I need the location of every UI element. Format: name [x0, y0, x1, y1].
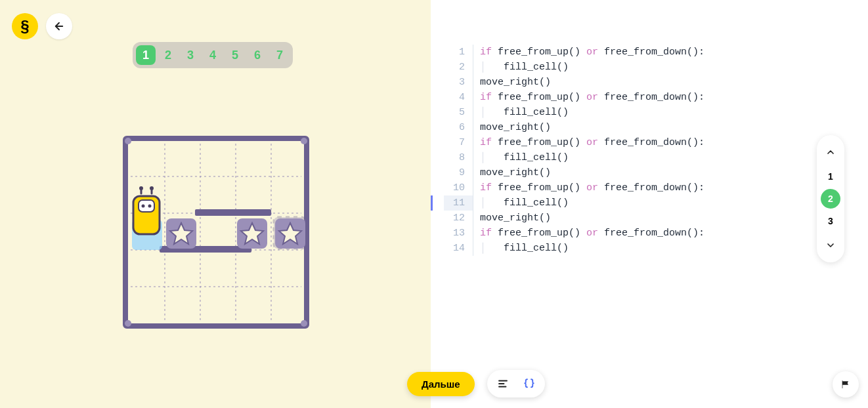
code-content: if free_from_up() or free_from_down(): — [480, 226, 705, 241]
header-icons: § — [12, 13, 72, 39]
right-panel: 1if free_from_up() or free_from_down():2… — [431, 0, 868, 408]
code-content: │ fill_cell() — [480, 241, 569, 256]
code-line[interactable]: 13if free_from_up() or free_from_down(): — [444, 226, 705, 241]
code-content: if free_from_up() or free_from_down(): — [480, 45, 705, 60]
view-code-button[interactable] — [516, 373, 542, 395]
code-line[interactable]: 11│ fill_cell() — [444, 195, 705, 211]
svg-point-5 — [301, 320, 307, 327]
code-content: move_right() — [480, 120, 551, 135]
step-5[interactable]: 5 — [225, 45, 245, 65]
svg-point-23 — [142, 205, 145, 208]
code-line[interactable]: 7if free_from_up() or free_from_down(): — [444, 135, 705, 150]
code-line[interactable]: 6move_right() — [444, 120, 705, 135]
line-number: 14 — [444, 241, 473, 256]
code-line[interactable]: 5│ fill_cell() — [444, 105, 705, 120]
line-number: 7 — [444, 135, 473, 150]
logo-glyph: § — [20, 17, 29, 35]
line-number: 4 — [444, 90, 473, 105]
view-toggle-group — [487, 370, 545, 398]
code-line[interactable]: 14│ fill_cell() — [444, 241, 705, 256]
braces-icon — [523, 378, 535, 390]
next-button[interactable]: Дальше — [407, 372, 475, 396]
svg-rect-22 — [139, 200, 154, 212]
svg-point-27 — [139, 186, 143, 190]
side-nav-item-1[interactable]: 1 — [821, 167, 840, 186]
code-content: if free_from_up() or free_from_down(): — [480, 90, 705, 105]
code-line[interactable]: 1if free_from_up() or free_from_down(): — [444, 45, 705, 60]
chevron-up-icon — [825, 147, 836, 157]
code-line[interactable]: 4if free_from_up() or free_from_down(): — [444, 90, 705, 105]
code-line[interactable]: 12move_right() — [444, 211, 705, 226]
step-2[interactable]: 2 — [158, 45, 178, 65]
side-nav-item-2[interactable]: 2 — [821, 189, 840, 209]
flag-icon — [840, 379, 851, 390]
bottom-bar: Дальше — [0, 361, 868, 407]
line-number: 10 — [444, 180, 473, 195]
view-text-button[interactable] — [490, 373, 516, 395]
step-7[interactable]: 7 — [270, 45, 290, 65]
steps-nav: 1234567 — [133, 42, 293, 68]
current-line-indicator — [431, 195, 433, 211]
text-lines-icon — [497, 378, 509, 390]
svg-rect-14 — [195, 209, 271, 216]
side-nav-item-3[interactable]: 3 — [821, 211, 840, 231]
code-content: │ fill_cell() — [480, 105, 569, 120]
game-board-svg — [123, 136, 309, 329]
code-content: │ fill_cell() — [480, 195, 569, 211]
step-1[interactable]: 1 — [136, 45, 156, 65]
side-nav: 123 — [817, 135, 844, 262]
code-line[interactable]: 9move_right() — [444, 165, 705, 180]
code-content: move_right() — [480, 211, 551, 226]
code-line[interactable]: 3move_right() — [444, 75, 705, 90]
step-6[interactable]: 6 — [248, 45, 267, 65]
code-content: if free_from_up() or free_from_down(): — [480, 135, 705, 150]
left-panel: § 1234567 — [0, 0, 431, 408]
logo[interactable]: § — [12, 13, 38, 39]
arrow-left-icon — [53, 20, 65, 32]
line-number: 3 — [444, 75, 473, 90]
svg-point-28 — [150, 186, 154, 190]
code-content: │ fill_cell() — [480, 150, 569, 165]
line-number: 5 — [444, 105, 473, 120]
side-nav-down[interactable] — [817, 234, 844, 257]
code-content: │ fill_cell() — [480, 60, 569, 75]
back-button[interactable] — [46, 13, 72, 39]
svg-point-24 — [148, 205, 152, 208]
line-number: 11 — [444, 195, 473, 211]
step-4[interactable]: 4 — [203, 45, 223, 65]
code-editor[interactable]: 1if free_from_up() or free_from_down():2… — [444, 45, 705, 256]
code-line[interactable]: 10if free_from_up() or free_from_down(): — [444, 180, 705, 195]
line-number: 2 — [444, 60, 473, 75]
step-3[interactable]: 3 — [181, 45, 200, 65]
line-number: 8 — [444, 150, 473, 165]
code-content: if free_from_up() or free_from_down(): — [480, 180, 705, 195]
svg-point-4 — [125, 320, 131, 327]
svg-point-2 — [125, 138, 131, 144]
svg-point-3 — [301, 138, 307, 144]
game-board — [123, 136, 309, 329]
line-number: 12 — [444, 211, 473, 226]
line-number: 9 — [444, 165, 473, 180]
side-nav-up[interactable] — [817, 140, 844, 164]
code-line[interactable]: 8│ fill_cell() — [444, 150, 705, 165]
code-content: move_right() — [480, 75, 551, 90]
line-number: 6 — [444, 120, 473, 135]
code-line[interactable]: 2│ fill_cell() — [444, 60, 705, 75]
next-button-label: Дальше — [422, 378, 460, 390]
code-content: move_right() — [480, 165, 551, 180]
line-number: 13 — [444, 226, 473, 241]
line-number: 1 — [444, 45, 473, 60]
report-button[interactable] — [833, 371, 859, 398]
chevron-down-icon — [825, 240, 836, 251]
